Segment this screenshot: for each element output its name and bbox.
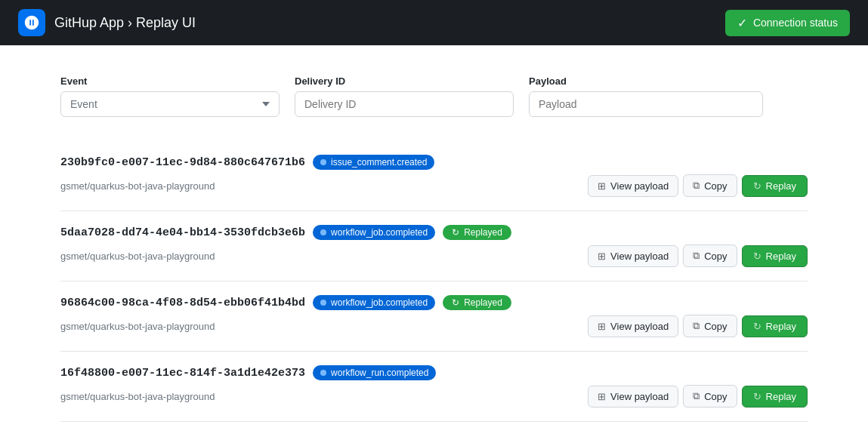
replay-label-3: Replay bbox=[766, 391, 796, 402]
delivery-id-section-1: 5daa7028-dd74-4e04-bb14-3530fdcb3e6b wor… bbox=[60, 225, 511, 240]
main-content: Event Event Delivery ID Payload 230b9fc0… bbox=[0, 45, 868, 446]
delivery-item-bottom-3: gsmet/quarkus-bot-java-playground ⊞ View… bbox=[60, 385, 808, 408]
copy-button-1[interactable]: ⧉ Copy bbox=[683, 245, 737, 267]
replayed-label-1: Replayed bbox=[464, 227, 502, 238]
event-badge-2: workflow_job.completed bbox=[313, 295, 435, 310]
event-dot-0 bbox=[320, 159, 326, 165]
copy-button-0[interactable]: ⧉ Copy bbox=[683, 174, 737, 197]
delivery-item: 16f48800-e007-11ec-814f-3a1d1e42e373 wor… bbox=[60, 352, 808, 422]
event-dot-2 bbox=[320, 300, 326, 306]
action-buttons-0: ⊞ View payload ⧉ Copy ↻ Replay bbox=[588, 174, 808, 197]
logo-icon bbox=[23, 14, 40, 31]
action-buttons-2: ⊞ View payload ⧉ Copy ↻ Replay bbox=[588, 315, 808, 337]
replay-btn-icon-0: ↻ bbox=[753, 180, 761, 192]
view-payload-icon-1: ⊞ bbox=[598, 251, 606, 262]
repo-name-2: gsmet/quarkus-bot-java-playground bbox=[60, 321, 215, 332]
replay-button-1[interactable]: ↻ Replay bbox=[742, 245, 808, 267]
delivery-item-top-0: 230b9fc0-e007-11ec-9d84-880c647671b6 iss… bbox=[60, 155, 808, 170]
delivery-id-filter-group: Delivery ID bbox=[295, 75, 514, 117]
connection-status-label: Connection status bbox=[753, 17, 838, 29]
copy-button-3[interactable]: ⧉ Copy bbox=[683, 385, 737, 408]
event-label: Event bbox=[60, 75, 280, 87]
delivery-item-bottom-0: gsmet/quarkus-bot-java-playground ⊞ View… bbox=[60, 174, 808, 197]
event-dot-3 bbox=[320, 370, 326, 376]
event-filter-group: Event Event bbox=[60, 75, 280, 117]
header-title: GitHup App › Replay UI bbox=[54, 15, 196, 31]
copy-label-1: Copy bbox=[704, 251, 727, 262]
replay-label-2: Replay bbox=[766, 321, 796, 332]
copy-icon-2: ⧉ bbox=[693, 320, 700, 332]
repo-name-1: gsmet/quarkus-bot-java-playground bbox=[60, 251, 215, 262]
connection-status-button[interactable]: ✓ Connection status bbox=[725, 10, 850, 36]
payload-label: Payload bbox=[529, 75, 763, 87]
view-payload-icon-0: ⊞ bbox=[598, 180, 606, 192]
delivery-item: 96864c00-98ca-4f08-8d54-ebb06f41b4bd wor… bbox=[60, 281, 808, 352]
event-select[interactable]: Event bbox=[60, 91, 280, 117]
replay-btn-icon-1: ↻ bbox=[753, 251, 761, 262]
delivery-id-section-2: 96864c00-98ca-4f08-8d54-ebb06f41b4bd wor… bbox=[60, 295, 511, 310]
replayed-label-2: Replayed bbox=[464, 297, 502, 308]
event-badge-0: issue_comment.created bbox=[313, 155, 434, 170]
delivery-item-top-2: 96864c00-98ca-4f08-8d54-ebb06f41b4bd wor… bbox=[60, 295, 808, 310]
delivery-id-3: 16f48800-e007-11ec-814f-3a1d1e42e373 bbox=[60, 367, 305, 380]
replay-label-0: Replay bbox=[766, 180, 796, 192]
replay-button-2[interactable]: ↻ Replay bbox=[742, 315, 808, 337]
event-label-3: workflow_run.completed bbox=[331, 368, 428, 378]
delivery-id-0: 230b9fc0-e007-11ec-9d84-880c647671b6 bbox=[60, 156, 305, 169]
view-payload-button-2[interactable]: ⊞ View payload bbox=[588, 315, 678, 337]
copy-icon-1: ⧉ bbox=[693, 250, 700, 262]
repo-name-0: gsmet/quarkus-bot-java-playground bbox=[60, 180, 215, 192]
delivery-item-bottom-1: gsmet/quarkus-bot-java-playground ⊞ View… bbox=[60, 245, 808, 267]
view-payload-button-0[interactable]: ⊞ View payload bbox=[588, 175, 678, 197]
view-payload-button-3[interactable]: ⊞ View payload bbox=[588, 386, 678, 408]
app-logo bbox=[18, 9, 45, 36]
replayed-badge-2: ↻ Replayed bbox=[443, 295, 511, 310]
replay-btn-icon-2: ↻ bbox=[753, 321, 761, 332]
delivery-id-label: Delivery ID bbox=[295, 75, 514, 87]
event-label-0: issue_comment.created bbox=[331, 157, 427, 168]
replay-btn-icon-3: ↻ bbox=[753, 391, 761, 402]
delivery-id-section-3: 16f48800-e007-11ec-814f-3a1d1e42e373 wor… bbox=[60, 365, 436, 380]
view-payload-label-1: View payload bbox=[610, 251, 669, 262]
event-label-1: workflow_job.completed bbox=[331, 227, 428, 238]
delivery-id-1: 5daa7028-dd74-4e04-bb14-3530fdcb3e6b bbox=[60, 226, 305, 239]
delivery-id-input[interactable] bbox=[295, 91, 514, 117]
delivery-list: 230b9fc0-e007-11ec-9d84-880c647671b6 iss… bbox=[60, 141, 808, 422]
view-payload-label-3: View payload bbox=[610, 391, 669, 402]
check-icon: ✓ bbox=[737, 16, 747, 30]
view-payload-icon-3: ⊞ bbox=[598, 391, 606, 402]
event-label-2: workflow_job.completed bbox=[331, 297, 428, 308]
copy-icon-0: ⧉ bbox=[693, 180, 700, 192]
delivery-item: 230b9fc0-e007-11ec-9d84-880c647671b6 iss… bbox=[60, 141, 808, 211]
copy-button-2[interactable]: ⧉ Copy bbox=[683, 315, 737, 337]
delivery-item: 5daa7028-dd74-4e04-bb14-3530fdcb3e6b wor… bbox=[60, 211, 808, 281]
delivery-item-top-3: 16f48800-e007-11ec-814f-3a1d1e42e373 wor… bbox=[60, 365, 808, 380]
delivery-id-section-0: 230b9fc0-e007-11ec-9d84-880c647671b6 iss… bbox=[60, 155, 434, 170]
event-badge-1: workflow_job.completed bbox=[313, 225, 435, 240]
delivery-item-bottom-2: gsmet/quarkus-bot-java-playground ⊞ View… bbox=[60, 315, 808, 337]
copy-label-2: Copy bbox=[704, 321, 727, 332]
action-buttons-1: ⊞ View payload ⧉ Copy ↻ Replay bbox=[588, 245, 808, 267]
replay-button-0[interactable]: ↻ Replay bbox=[742, 175, 808, 197]
delivery-id-2: 96864c00-98ca-4f08-8d54-ebb06f41b4bd bbox=[60, 297, 305, 309]
payload-input[interactable] bbox=[529, 91, 763, 117]
copy-label-0: Copy bbox=[704, 180, 727, 192]
view-payload-label-2: View payload bbox=[610, 321, 669, 332]
header-left: GitHup App › Replay UI bbox=[18, 9, 196, 36]
replay-icon-2: ↻ bbox=[452, 297, 459, 308]
header: GitHup App › Replay UI ✓ Connection stat… bbox=[0, 0, 868, 45]
delivery-item-top-1: 5daa7028-dd74-4e04-bb14-3530fdcb3e6b wor… bbox=[60, 225, 808, 240]
view-payload-button-1[interactable]: ⊞ View payload bbox=[588, 245, 678, 267]
action-buttons-3: ⊞ View payload ⧉ Copy ↻ Replay bbox=[588, 385, 808, 408]
event-dot-1 bbox=[320, 229, 326, 235]
replay-button-3[interactable]: ↻ Replay bbox=[742, 386, 808, 408]
copy-icon-3: ⧉ bbox=[693, 390, 700, 402]
view-payload-label-0: View payload bbox=[610, 180, 669, 192]
replayed-badge-1: ↻ Replayed bbox=[443, 225, 511, 240]
event-badge-3: workflow_run.completed bbox=[313, 365, 436, 380]
repo-name-3: gsmet/quarkus-bot-java-playground bbox=[60, 391, 215, 402]
replay-icon-1: ↻ bbox=[452, 227, 459, 238]
copy-label-3: Copy bbox=[704, 391, 727, 402]
filters-row: Event Event Delivery ID Payload bbox=[60, 75, 808, 117]
payload-filter-group: Payload bbox=[529, 75, 763, 117]
